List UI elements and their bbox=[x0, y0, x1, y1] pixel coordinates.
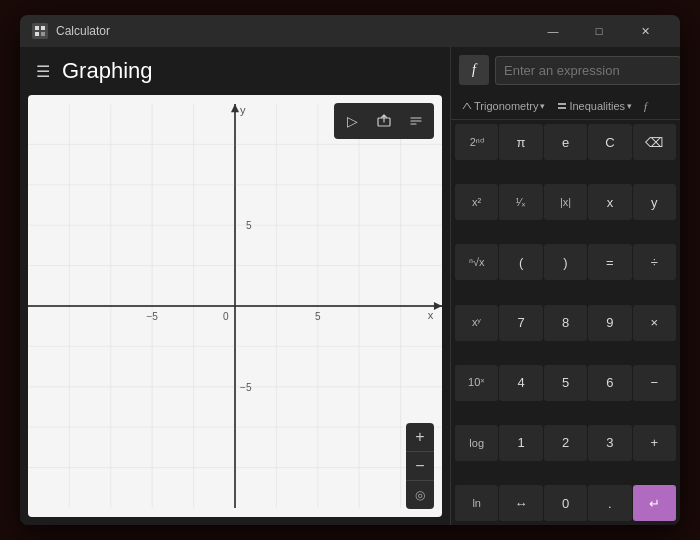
key-_[interactable]: ↔ bbox=[499, 485, 542, 521]
key-0[interactable]: 0 bbox=[544, 485, 587, 521]
close-button[interactable]: ✕ bbox=[622, 15, 668, 47]
window-title: Calculator bbox=[56, 24, 110, 38]
cursor-tool-button[interactable]: ▷ bbox=[338, 107, 366, 135]
key-_[interactable]: ↵ bbox=[633, 485, 676, 521]
key-4[interactable]: 4 bbox=[499, 365, 542, 401]
title-bar-left: Calculator bbox=[32, 23, 110, 39]
key-y[interactable]: y bbox=[633, 184, 676, 220]
svg-text:0: 0 bbox=[223, 311, 229, 322]
menu-icon[interactable]: ☰ bbox=[36, 62, 50, 81]
function-label: f bbox=[644, 100, 647, 112]
key-x_[interactable]: xʸ bbox=[455, 305, 498, 341]
key-_x_[interactable]: |x| bbox=[544, 184, 587, 220]
key-6[interactable]: 6 bbox=[588, 365, 631, 401]
app-header: ☰ Graphing bbox=[20, 47, 450, 95]
key-_[interactable]: + bbox=[633, 425, 676, 461]
inequalities-chevron: ▾ bbox=[627, 101, 632, 111]
key-5[interactable]: 5 bbox=[544, 365, 587, 401]
function-menu-item[interactable]: f bbox=[639, 97, 652, 115]
key-_[interactable]: = bbox=[588, 244, 631, 280]
key-2[interactable]: 2 bbox=[544, 425, 587, 461]
key-x[interactable]: x bbox=[588, 184, 631, 220]
key-x_[interactable]: x² bbox=[455, 184, 498, 220]
inequalities-menu-item[interactable]: Inequalities ▾ bbox=[552, 97, 637, 115]
key-_[interactable]: ( bbox=[499, 244, 542, 280]
svg-rect-3 bbox=[41, 32, 45, 36]
inequalities-icon bbox=[557, 101, 567, 111]
share-tool-button[interactable] bbox=[370, 107, 398, 135]
calc-toolbar: Trigonometry ▾ Inequalities ▾ f bbox=[451, 93, 680, 120]
window-controls: — □ ✕ bbox=[530, 15, 668, 47]
inequalities-label: Inequalities bbox=[569, 100, 625, 112]
expression-input[interactable] bbox=[495, 56, 680, 85]
app-window: Calculator — □ ✕ ☰ Graphing bbox=[20, 15, 680, 525]
keypad: 2ⁿᵈπeC⌫x²¹⁄ₓ|x|xyⁿ√x()=÷xʸ789×10ˣ456−log… bbox=[451, 120, 680, 525]
graph-panel: ☰ Graphing bbox=[20, 47, 450, 525]
app-icon bbox=[32, 23, 48, 39]
svg-rect-36 bbox=[558, 107, 566, 109]
key-1[interactable]: 1 bbox=[499, 425, 542, 461]
trig-icon bbox=[462, 101, 472, 111]
key-_[interactable]: ⌫ bbox=[633, 124, 676, 160]
trig-menu-item[interactable]: Trigonometry ▾ bbox=[457, 97, 550, 115]
svg-text:5: 5 bbox=[315, 311, 321, 322]
app-title: Graphing bbox=[62, 58, 153, 84]
svg-rect-35 bbox=[558, 103, 566, 105]
key-_[interactable]: − bbox=[633, 365, 676, 401]
title-bar: Calculator — □ ✕ bbox=[20, 15, 680, 47]
key-___[interactable]: ¹⁄ₓ bbox=[499, 184, 542, 220]
key-2__[interactable]: 2ⁿᵈ bbox=[455, 124, 498, 160]
settings-tool-button[interactable] bbox=[402, 107, 430, 135]
svg-rect-2 bbox=[35, 32, 39, 36]
main-content: ☰ Graphing bbox=[20, 47, 680, 525]
svg-text:y: y bbox=[240, 104, 246, 116]
trig-label: Trigonometry bbox=[474, 100, 538, 112]
expression-bar: f bbox=[451, 47, 680, 93]
key-log[interactable]: log bbox=[455, 425, 498, 461]
svg-text:−5: −5 bbox=[240, 382, 252, 393]
key-_[interactable]: ) bbox=[544, 244, 587, 280]
key-_[interactable]: π bbox=[499, 124, 542, 160]
function-badge: f bbox=[459, 55, 489, 85]
graph-toolbar: ▷ bbox=[334, 103, 434, 139]
key-9[interactable]: 9 bbox=[588, 305, 631, 341]
svg-text:x: x bbox=[428, 309, 434, 321]
key-C[interactable]: C bbox=[588, 124, 631, 160]
graph-area[interactable]: x y 0 5 −5 5 −5 ▷ bbox=[28, 95, 442, 517]
zoom-out-button[interactable]: − bbox=[406, 452, 434, 480]
key-e[interactable]: e bbox=[544, 124, 587, 160]
maximize-button[interactable]: □ bbox=[576, 15, 622, 47]
graph-grid: x y 0 5 −5 5 −5 bbox=[28, 95, 442, 517]
key-_[interactable]: . bbox=[588, 485, 631, 521]
svg-rect-1 bbox=[41, 26, 45, 30]
key-_[interactable]: ÷ bbox=[633, 244, 676, 280]
key-ln[interactable]: ln bbox=[455, 485, 498, 521]
minimize-button[interactable]: — bbox=[530, 15, 576, 47]
zoom-controls: + − ◎ bbox=[406, 423, 434, 509]
key-7[interactable]: 7 bbox=[499, 305, 542, 341]
calculator-panel: f Trigonometry ▾ Inequalities ▾ f bbox=[450, 47, 680, 525]
zoom-in-button[interactable]: + bbox=[406, 423, 434, 451]
svg-text:−5: −5 bbox=[146, 311, 158, 322]
key-__x[interactable]: ⁿ√x bbox=[455, 244, 498, 280]
trig-chevron: ▾ bbox=[540, 101, 545, 111]
key-_[interactable]: × bbox=[633, 305, 676, 341]
zoom-reset-button[interactable]: ◎ bbox=[406, 481, 434, 509]
key-3[interactable]: 3 bbox=[588, 425, 631, 461]
key-8[interactable]: 8 bbox=[544, 305, 587, 341]
svg-text:5: 5 bbox=[246, 220, 252, 231]
svg-rect-0 bbox=[35, 26, 39, 30]
key-10_[interactable]: 10ˣ bbox=[455, 365, 498, 401]
